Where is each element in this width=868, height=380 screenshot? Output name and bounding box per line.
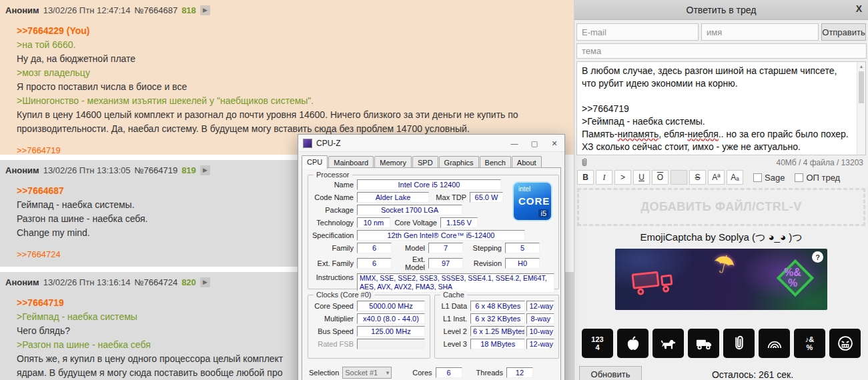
comment-line: В любом случае, здесь разгон шиной на ст… — [582, 65, 853, 90]
minimize-icon[interactable]: — — [504, 135, 524, 152]
scrollbar-thumb[interactable] — [859, 71, 864, 103]
l1-inst-ways: 8-way — [526, 313, 554, 324]
cpu-name-value: Intel Core i5 12400 — [357, 179, 501, 190]
level2-size: 6 x 1.25 MBytes — [470, 326, 525, 337]
l1-data-ways: 12-way — [526, 301, 554, 311]
comment-line: Память-нипамять, ебля-ниебля.. но за его… — [582, 128, 853, 153]
window-title: CPU-Z — [316, 139, 504, 148]
captcha-option-paperclip[interactable] — [723, 329, 755, 358]
tab-cpu[interactable]: CPU — [302, 155, 328, 169]
technology-value: 10 nm — [357, 217, 390, 228]
l1-inst-size: 6 x 32 KBytes — [470, 313, 525, 324]
captcha-image: ☂ %&% ? — [615, 249, 827, 310]
file-limits: 40Мб / 4 файла / 13203 — [776, 158, 863, 167]
refresh-captcha-button[interactable]: Обновить — [579, 366, 642, 380]
captcha-help-icon[interactable]: ? — [812, 251, 823, 263]
name-label: Name — [312, 181, 354, 189]
reply-link[interactable]: >>7664229 (You) — [17, 24, 560, 38]
captcha-option-angry-mask[interactable] — [829, 329, 861, 358]
post-number[interactable]: №7664719 — [135, 165, 178, 175]
post-ordinal[interactable]: 820 — [181, 277, 196, 287]
reply-form: Ответить в тред X Отправить В любом случ… — [574, 0, 868, 380]
post-ordinal[interactable]: 818 — [181, 5, 196, 15]
angry-mask-icon — [836, 334, 855, 353]
percent-art: %&% — [778, 267, 807, 289]
underline-button[interactable]: U — [633, 170, 650, 185]
post-expand-icon[interactable]: ▶ — [200, 277, 210, 287]
scrollbar-up-icon[interactable]: ▲ — [857, 62, 865, 71]
post-expand-icon[interactable]: ▶ — [200, 165, 210, 175]
level3-size: 18 MBytes — [470, 339, 525, 349]
spoiler-button[interactable] — [671, 170, 687, 185]
ext-family-label: Ext. Family — [312, 259, 354, 267]
post-header: Аноним 13/02/26 Птн 12:47:14 №7664687 81… — [5, 5, 562, 15]
bus-speed-label: Bus Speed — [312, 327, 354, 335]
instructions-value: MMX, SSE, SSE2, SSE3, SSSE3, SSE4.1, SSE… — [357, 273, 554, 293]
group-label: Cache — [440, 291, 467, 299]
truck-icon — [695, 334, 713, 353]
post-ordinal[interactable]: 819 — [181, 165, 196, 175]
sage-checkbox[interactable]: Sage — [753, 173, 785, 183]
text-line: Я просто поставил числа в биосе и все — [17, 80, 560, 94]
checkbox-icon[interactable] — [753, 173, 762, 182]
post-date: 13/02/26 Птн 12:47:14 — [43, 5, 131, 15]
captcha-title: EmojiCaptcha by Soplya (つ ◕_◕ )つ — [574, 231, 868, 244]
quote-button[interactable]: > — [614, 170, 631, 185]
checkbox-icon[interactable] — [795, 173, 803, 182]
textarea-scrollbar[interactable]: ▲ — [857, 62, 865, 155]
post-author: Аноним — [5, 277, 39, 287]
captcha-option-dog[interactable] — [653, 329, 684, 358]
core-speed-label: Core Speed — [312, 302, 354, 310]
cache-group: Cache L1 Data 6 x 48 KBytes 12-way L1 In… — [434, 295, 559, 359]
post-expand-icon[interactable]: ▶ — [200, 5, 210, 15]
code-name-label: Code Name — [312, 193, 354, 201]
group-label: Clocks (Core #0) — [314, 291, 374, 299]
file-dropzone[interactable]: ДОБАВИТЬ ФАЙЛ/CTRL-V — [577, 188, 865, 226]
truck-art — [631, 266, 682, 299]
multiplier-value: x40.0 (8.0 - 44.0) — [357, 313, 425, 324]
quote-line: >мозг владельцу — [17, 66, 560, 80]
multiplier-label: Multiplier — [312, 315, 354, 323]
subscript-button[interactable]: Aₐ — [727, 170, 743, 185]
cpuz-titlebar[interactable]: CPU-Z — ▢ ✕ — [298, 135, 564, 152]
core-label: CORE — [518, 195, 550, 207]
subject-field[interactable] — [576, 43, 867, 59]
revision-label: Revision — [463, 259, 502, 267]
core-voltage-value: 1.156 V — [440, 217, 478, 228]
captcha-option-symbols[interactable]: ♪&% — [794, 329, 825, 358]
op-checkbox[interactable]: ОП тред — [795, 173, 840, 183]
code-name-value: Alder Lake — [357, 192, 429, 203]
close-icon[interactable]: ✕ — [544, 135, 564, 152]
italic-button[interactable]: I — [596, 170, 612, 185]
reply-form-titlebar[interactable]: Ответить в тред X — [574, 0, 868, 20]
superscript-button[interactable]: Aª — [708, 170, 725, 185]
submit-button[interactable]: Отправить — [821, 23, 866, 41]
umbrella-art: ☂ — [709, 249, 739, 281]
apple-icon — [624, 334, 642, 353]
captcha-option-numbers[interactable]: 1234 — [582, 329, 613, 358]
model-value: 7 — [428, 243, 463, 253]
captcha-option-truck[interactable] — [688, 329, 719, 358]
maximize-icon[interactable]: ▢ — [524, 135, 544, 152]
attach-paperclip-icon[interactable] — [579, 157, 590, 168]
strike-button[interactable]: S — [689, 170, 706, 185]
captcha-option-apple[interactable] — [617, 329, 648, 358]
captcha-footer: Обновить Осталось: 261 сек. — [579, 366, 863, 380]
family-value: 6 — [357, 243, 392, 253]
core-speed-value: 5000.00 MHz — [357, 301, 425, 311]
email-field[interactable] — [576, 23, 699, 41]
overline-button[interactable]: O — [652, 170, 669, 185]
instructions-label: Instructions — [312, 273, 354, 281]
bold-button[interactable]: B — [577, 170, 594, 185]
post-number[interactable]: №7664687 — [135, 5, 178, 15]
name-field[interactable] — [701, 23, 819, 41]
socket-select[interactable]: Socket #1 ▾ — [342, 367, 392, 379]
technology-label: Technology — [312, 219, 354, 227]
comment-textarea[interactable]: В любом случае, здесь разгон шиной на ст… — [576, 61, 866, 155]
post-number[interactable]: №7664724 — [135, 277, 178, 287]
captcha-option-rainbow[interactable] — [759, 329, 790, 358]
clocks-group: Clocks (Core #0) Core Speed 5000.00 MHz … — [308, 295, 430, 359]
close-icon[interactable]: X — [856, 3, 862, 14]
format-toolbar: B I > U O S Aª Aₐ Sage ОП тред — [577, 170, 865, 185]
misspelled-word: ниебля — [688, 129, 719, 139]
